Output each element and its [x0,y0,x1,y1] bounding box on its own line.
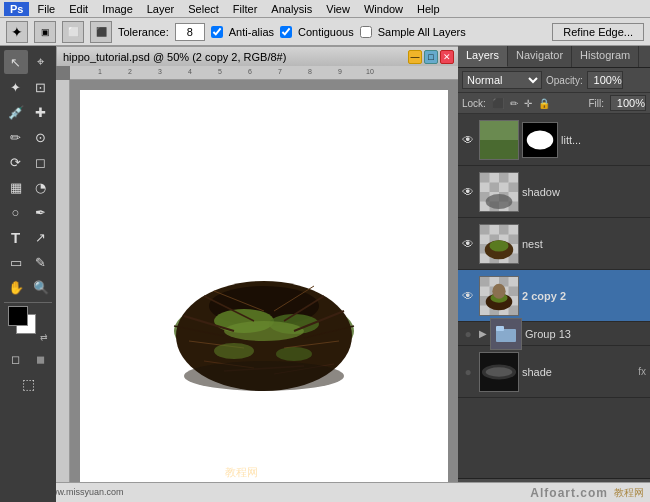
standard-mode[interactable]: ◻ [4,347,28,371]
shape-tool[interactable]: ▭ [4,250,28,274]
tool-sub-icon[interactable]: ⬜ [62,21,84,43]
group-folder-icon [490,318,522,350]
layer-eye-group13[interactable]: ● [460,326,476,342]
ruler-horizontal: 1 2 3 4 5 6 7 8 9 10 [70,66,458,80]
tool-intersect-icon[interactable]: ⬛ [90,21,112,43]
spot-heal-tool[interactable]: ✚ [29,100,53,124]
help-menu[interactable]: Help [411,2,446,16]
foreground-color[interactable] [8,306,28,326]
svg-point-35 [486,193,513,208]
svg-rect-39 [499,225,509,235]
lock-label: Lock: [462,98,486,109]
ruler-vertical [56,80,70,502]
analysis-menu[interactable]: Analysis [265,2,318,16]
zoom-tool[interactable]: 🔍 [29,275,53,299]
refine-edge-button[interactable]: Refine Edge... [552,23,644,41]
text-tool[interactable]: T [4,225,28,249]
layer-item-2copy2[interactable]: 👁 2 copy 2 [458,270,650,322]
tab-layers[interactable]: Layers [458,46,508,67]
svg-rect-27 [480,173,490,183]
layer-item-group13[interactable]: ● ▶ Group 13 [458,322,650,346]
svg-rect-55 [509,305,519,315]
layer-name-group13: Group 13 [525,328,571,340]
gradient-tool[interactable]: ▦ [4,175,28,199]
hand-tool[interactable]: ✋ [4,275,28,299]
svg-rect-51 [509,286,519,296]
layer-item-shadow[interactable]: 👁 shadow [458,166,650,218]
close-button[interactable]: ✕ [440,50,454,64]
tab-histogram[interactable]: Histogram [572,46,639,67]
layer-eye-shade[interactable]: ● [460,364,476,380]
move-tool[interactable]: ↖ [4,50,28,74]
opacity-input[interactable] [587,71,623,89]
file-menu[interactable]: File [31,2,61,16]
anti-alias-checkbox[interactable] [211,26,223,38]
fill-label: Fill: [588,98,604,109]
swap-colors-icon[interactable]: ⇄ [40,332,48,342]
path-select-tool[interactable]: ↗ [29,225,53,249]
tool-wand-icon[interactable]: ✦ [6,21,28,43]
layer-eye-litt[interactable]: 👁 [460,132,476,148]
lock-all-icon[interactable]: 🔒 [538,98,550,109]
svg-point-21 [184,361,344,391]
canvas-area: hippo_tutorial.psd @ 50% (2 copy 2, RGB/… [56,46,458,502]
fill-input[interactable] [610,95,646,111]
svg-point-20 [276,347,312,361]
svg-rect-28 [490,182,500,192]
layer-name-shade: shade [522,366,635,378]
layer-item-litt[interactable]: 👁 litt... [458,114,650,166]
layer-eye-2copy2[interactable]: 👁 [460,288,476,304]
layer-thumb-nest [479,224,519,264]
clone-tool[interactable]: ⊙ [29,125,53,149]
brush-tool[interactable]: ✏ [4,125,28,149]
contiguous-checkbox[interactable] [280,26,292,38]
view-menu[interactable]: View [320,2,356,16]
svg-rect-37 [480,225,490,235]
svg-rect-30 [509,182,519,192]
sample-all-checkbox[interactable] [360,26,372,38]
pen-tool[interactable]: ✒ [29,200,53,224]
notes-tool[interactable]: ✎ [29,250,53,274]
ps-menu[interactable]: Ps [4,2,29,16]
blend-options-row: Normal Multiply Screen Opacity: [458,68,650,93]
menu-bar: Ps File Edit Image Layer Select Filter A… [0,0,650,18]
svg-rect-23 [480,140,518,159]
blend-mode-select[interactable]: Normal Multiply Screen [462,71,542,89]
contiguous-label: Contiguous [298,26,354,38]
crop-tool[interactable]: ⊡ [29,75,53,99]
tab-navigator[interactable]: Navigator [508,46,572,67]
group-expand-icon[interactable]: ▶ [479,328,487,339]
blur-tool[interactable]: ◔ [29,175,53,199]
select-menu[interactable]: Select [182,2,225,16]
filter-menu[interactable]: Filter [227,2,263,16]
image-menu[interactable]: Image [96,2,139,16]
quick-mask-mode[interactable]: ◼ [29,347,53,371]
tolerance-label: Tolerance: [118,26,169,38]
edit-menu[interactable]: Edit [63,2,94,16]
lock-paint-icon[interactable]: ✏ [510,98,518,109]
color-swatches[interactable]: ⇄ [8,306,48,342]
dodge-tool[interactable]: ○ [4,200,28,224]
screen-mode[interactable]: ⬚ [16,372,40,396]
panel-tabs: Layers Navigator Histogram [458,46,650,68]
layer-name-nest: nest [522,238,648,250]
layer-eye-shadow[interactable]: 👁 [460,184,476,200]
history-brush-tool[interactable]: ⟳ [4,150,28,174]
svg-point-46 [490,240,509,251]
eraser-tool[interactable]: ◻ [29,150,53,174]
canvas-content[interactable] [70,80,458,502]
window-menu[interactable]: Window [358,2,409,16]
layer-item-nest[interactable]: 👁 nest [458,218,650,270]
lock-transparent-icon[interactable]: ⬛ [492,98,504,109]
layer-menu[interactable]: Layer [141,2,181,16]
tool-add-icon[interactable]: ▣ [34,21,56,43]
magic-wand-tool[interactable]: ✦ [4,75,28,99]
maximize-button[interactable]: □ [424,50,438,64]
eyedropper-tool[interactable]: 💉 [4,100,28,124]
minimize-button[interactable]: — [408,50,422,64]
lock-move-icon[interactable]: ✛ [524,98,532,109]
layer-eye-nest[interactable]: 👁 [460,236,476,252]
tolerance-input[interactable] [175,23,205,41]
layer-item-shade[interactable]: ● shade fx [458,346,650,398]
lasso-tool[interactable]: ⌖ [29,50,53,74]
